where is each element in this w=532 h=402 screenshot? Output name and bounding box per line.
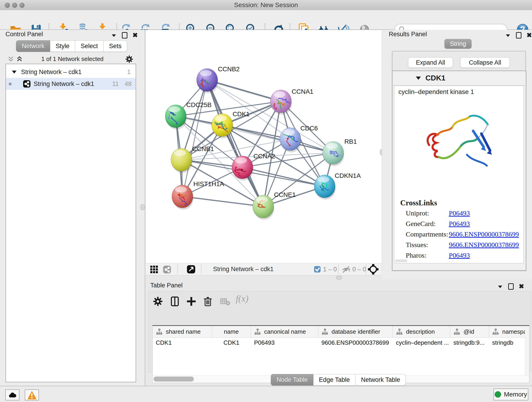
panel-menu-icon[interactable] bbox=[111, 33, 117, 37]
gene-description: cyclin–dependent kinase 1 bbox=[399, 88, 474, 96]
column-header-@id[interactable]: @id bbox=[450, 326, 489, 337]
cloud-button[interactable] bbox=[5, 389, 19, 400]
panel-menu-icon[interactable] bbox=[497, 284, 503, 288]
edge-CCNB2-CCNA1[interactable] bbox=[207, 80, 281, 101]
selected-checkbox[interactable] bbox=[314, 266, 321, 274]
gene-symbol: CDK1 bbox=[425, 74, 445, 82]
crosslink-link[interactable]: P06493 bbox=[449, 251, 470, 259]
network-label: String Network – cdk1 bbox=[34, 80, 94, 88]
vertical-scrollbar[interactable] bbox=[525, 326, 529, 383]
delete-column-trash-icon[interactable] bbox=[203, 296, 213, 306]
shared-column-icon bbox=[254, 328, 261, 335]
crosslinks-heading: CrossLinks bbox=[400, 199, 437, 207]
collection-label: String Network – cdk1 bbox=[21, 69, 82, 76]
status-bar: Memory bbox=[0, 386, 532, 402]
column-header-name[interactable]: name bbox=[212, 326, 251, 337]
panel-menu-icon[interactable] bbox=[505, 33, 511, 37]
column-header-namespace[interactable]: namespace bbox=[489, 326, 530, 337]
close-panel-icon[interactable]: ✖ bbox=[519, 284, 524, 289]
left-splitter-grip[interactable] bbox=[140, 204, 145, 210]
node-CDC25B[interactable]: CDC25B bbox=[165, 101, 211, 129]
gene-header-row[interactable]: CDK1 bbox=[393, 71, 526, 85]
column-header-shared-name[interactable]: shared name bbox=[152, 326, 212, 337]
cell-namespace[interactable]: stringdb bbox=[489, 338, 530, 348]
node-CCNB2[interactable]: CCNB2 bbox=[196, 65, 240, 93]
tab-sets[interactable]: Sets bbox=[104, 40, 127, 52]
control-panel-tabs: NetworkStyleSelectSets bbox=[16, 40, 127, 52]
gene-expander-icon[interactable] bbox=[415, 76, 421, 80]
crosslink-label: GeneCard: bbox=[406, 220, 436, 228]
table-row[interactable]: CDK1CDK1P064939606.ENSP00000378699cyclin… bbox=[152, 338, 530, 348]
float-panel-icon[interactable] bbox=[516, 32, 521, 38]
create-column-plus-icon[interactable] bbox=[186, 296, 196, 306]
column-header-canonical-name[interactable]: canonical name bbox=[251, 326, 318, 337]
edge-CCNA2-CDKN1A[interactable] bbox=[242, 167, 325, 186]
cell-shared-name[interactable]: CDK1 bbox=[152, 338, 212, 348]
network-tree: String Network – cdk1 1 String Network –… bbox=[6, 64, 136, 382]
table-settings-gear-icon[interactable] bbox=[153, 296, 163, 306]
node-label-CDC6: CDC6 bbox=[300, 125, 318, 132]
float-panel-icon[interactable] bbox=[122, 32, 127, 38]
crosslink-link[interactable]: 9606.ENSP00000378699 bbox=[449, 241, 519, 249]
cell-database-identifier[interactable]: 9606.ENSP00000378699 bbox=[318, 338, 393, 348]
edge-CCNB2-HIST1H1A[interactable] bbox=[182, 80, 207, 196]
close-panel-icon[interactable]: ✖ bbox=[526, 33, 532, 38]
show-columns-icon[interactable] bbox=[170, 296, 180, 306]
network-thumbnail-icon[interactable] bbox=[163, 265, 171, 274]
collection-expander-icon[interactable] bbox=[12, 70, 17, 74]
network-edge-count: 48 bbox=[125, 80, 132, 88]
tab-network-table[interactable]: Network Table bbox=[355, 374, 406, 385]
network-collection-row[interactable]: String Network – cdk1 1 bbox=[6, 66, 136, 78]
node-CDK1[interactable]: CDK1 bbox=[212, 110, 250, 138]
tab-edge-table[interactable]: Edge Table bbox=[313, 374, 355, 385]
shared-column-icon bbox=[492, 328, 499, 335]
crosslink-link[interactable]: 9606.ENSP00000378699 bbox=[449, 230, 519, 238]
expand-all-button[interactable]: Expand All bbox=[408, 57, 453, 68]
protein-structure-image bbox=[415, 97, 502, 184]
tab-select[interactable]: Select bbox=[75, 40, 104, 52]
warning-button[interactable] bbox=[25, 389, 39, 400]
tab-network[interactable]: Network bbox=[16, 40, 50, 52]
edge-layer bbox=[176, 80, 333, 206]
node-CCNA1[interactable]: CCNA1 bbox=[270, 88, 313, 115]
tab-string[interactable]: String bbox=[444, 39, 472, 49]
results-panel: Results Panel ✖ String Expand All Collap… bbox=[382, 30, 532, 280]
memory-button[interactable]: Memory bbox=[494, 389, 528, 400]
node-CDKN1A[interactable]: CDKN1A bbox=[314, 172, 361, 200]
float-panel-icon[interactable] bbox=[508, 283, 514, 290]
collapse-all-button[interactable]: Collapse All bbox=[460, 57, 510, 68]
scrollbar-thumb[interactable] bbox=[153, 376, 194, 382]
tab-style[interactable]: Style bbox=[50, 40, 75, 52]
close-panel-icon[interactable]: ✖ bbox=[133, 33, 138, 38]
cell-@id[interactable]: stringdb:9... bbox=[450, 338, 489, 348]
tab-node-table[interactable]: Node Table bbox=[271, 374, 313, 385]
network-node-count: 11 bbox=[112, 80, 119, 88]
cell-description[interactable]: cyclin–dependent ... bbox=[393, 338, 450, 348]
node-label-CCNB2: CCNB2 bbox=[218, 65, 240, 73]
crosslink-row: Uniprot:P06493 bbox=[406, 209, 520, 220]
node-CCNE1[interactable]: CCNE1 bbox=[253, 191, 296, 220]
node-RB1[interactable]: RB1 bbox=[323, 138, 357, 166]
cell-name[interactable]: CDK1 bbox=[212, 338, 251, 348]
crosslink-row: GeneCard:P06493 bbox=[406, 220, 520, 230]
column-header-description[interactable]: description bbox=[393, 326, 450, 337]
grid-view-icon[interactable] bbox=[150, 265, 158, 274]
edge-CCNB2-CCNE1[interactable] bbox=[207, 80, 263, 206]
node-HIST1H1A[interactable]: HIST1H1A bbox=[172, 180, 224, 210]
gene-details: cyclin–dependent kinase 1 CrossLin bbox=[394, 86, 524, 263]
title-bar: Session: New Session bbox=[0, 0, 532, 10]
column-label: database identifier bbox=[331, 328, 380, 335]
column-header-database-identifier[interactable]: database identifier bbox=[318, 326, 393, 337]
open-view-icon[interactable] bbox=[186, 265, 196, 274]
string-network-icon bbox=[23, 80, 31, 88]
network-selection-status: 1 of 1 Network selected bbox=[0, 56, 145, 63]
network-row-selected[interactable]: String Network – cdk1 11 48 bbox=[6, 78, 136, 90]
edge-HIST1H1A-CCNE1[interactable] bbox=[182, 196, 263, 206]
crosslink-link[interactable]: P06493 bbox=[449, 209, 470, 217]
column-label: name bbox=[224, 328, 239, 335]
fit-selected-crosshair-icon[interactable] bbox=[368, 264, 379, 274]
network-canvas[interactable]: CCNB2CCNA1CDC25BCDK1CDC6RB1CCNB1CCNA2CDK… bbox=[145, 30, 382, 264]
cell-canonical-name[interactable]: P06493 bbox=[251, 338, 318, 348]
crosslink-link[interactable]: P06493 bbox=[449, 220, 470, 228]
network-options-gear-icon[interactable] bbox=[125, 55, 133, 63]
